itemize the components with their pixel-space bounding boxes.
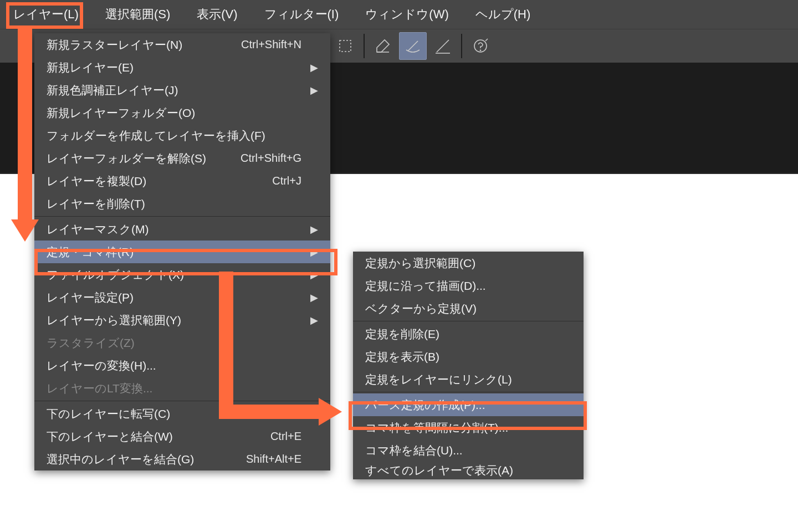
menu-item-label: レイヤーを削除(T) bbox=[47, 196, 145, 212]
menu-shortcut: Shift+Alt+E bbox=[246, 453, 301, 466]
chevron-right-icon: ▶ bbox=[310, 84, 318, 96]
menu-item-ungroup-layer-folder[interactable]: レイヤーフォルダーを解除(S) Ctrl+Shift+G bbox=[34, 147, 330, 170]
menu-item-label: レイヤーマスク(M) bbox=[47, 222, 149, 237]
help-bubble-icon[interactable] bbox=[467, 32, 494, 60]
menu-item-label: 定規・コマ枠(R) bbox=[47, 244, 134, 260]
menu-item-label: 下のレイヤーと結合(W) bbox=[47, 429, 173, 444]
chevron-right-icon: ▶ bbox=[310, 269, 318, 281]
menu-item-label: レイヤーのLT変換... bbox=[47, 381, 152, 396]
menu-item-delete-layer[interactable]: レイヤーを削除(T) bbox=[34, 192, 330, 215]
selection-icon[interactable] bbox=[331, 32, 359, 60]
submenu-item-selection-from-ruler[interactable]: 定規から選択範囲(C) bbox=[353, 252, 584, 274]
menu-item-label: 定規を削除(E) bbox=[365, 326, 439, 342]
ruler-submenu: 定規から選択範囲(C) 定規に沿って描画(D)... ベクターから定規(V) 定… bbox=[353, 252, 584, 479]
menu-item-label: 新規ラスターレイヤー(N) bbox=[47, 37, 182, 53]
menu-item-label: ベクターから定規(V) bbox=[365, 301, 477, 316]
menu-item-rasterize: ラスタライズ(Z) bbox=[34, 331, 330, 354]
menu-separator bbox=[34, 216, 330, 217]
menu-layer[interactable]: レイヤー(L) bbox=[0, 0, 92, 29]
menu-item-duplicate-layer[interactable]: レイヤーを複製(D) Ctrl+J bbox=[34, 170, 330, 192]
toolbar-separator bbox=[364, 34, 365, 58]
menu-item-label: 定規に沿って描画(D)... bbox=[365, 278, 486, 294]
menu-item-label: レイヤー設定(P) bbox=[47, 290, 134, 305]
submenu-item-show-ruler[interactable]: 定規を表示(B) bbox=[353, 345, 584, 368]
submenu-item-show-all-layers[interactable]: すべてのレイヤーで表示(A) bbox=[353, 462, 584, 479]
menu-shortcut: Ctrl+Shift+G bbox=[241, 152, 301, 165]
chevron-right-icon: ▶ bbox=[310, 62, 318, 74]
menu-item-convert-layer[interactable]: レイヤーの変換(H)... bbox=[34, 354, 330, 377]
brush-icon[interactable] bbox=[399, 32, 427, 60]
menu-item-new-raster-layer[interactable]: 新規ラスターレイヤー(N) Ctrl+Shift+N bbox=[34, 33, 330, 56]
menu-shortcut: Ctrl+E bbox=[270, 430, 301, 443]
menu-separator bbox=[34, 401, 330, 401]
menu-item-label: 選択中のレイヤーを結合(G) bbox=[47, 452, 194, 467]
menu-item-layer-mask[interactable]: レイヤーマスク(M)▶ bbox=[34, 218, 330, 241]
menu-item-label: すべてのレイヤーで表示(A) bbox=[365, 463, 513, 478]
submenu-item-draw-along-ruler[interactable]: 定規に沿って描画(D)... bbox=[353, 274, 584, 297]
menu-item-label: 定規をレイヤーにリンク(L) bbox=[365, 372, 512, 387]
menu-selection[interactable]: 選択範囲(S) bbox=[92, 0, 183, 29]
menu-shortcut: Ctrl+Shift+N bbox=[241, 38, 301, 51]
menu-item-label: 新規レイヤー(E) bbox=[47, 60, 134, 75]
menu-window[interactable]: ウィンドウ(W) bbox=[352, 0, 462, 29]
menu-item-label: ラスタライズ(Z) bbox=[47, 335, 135, 351]
svg-rect-0 bbox=[340, 40, 351, 52]
menu-item-lt-convert: レイヤーのLT変換... bbox=[34, 377, 330, 400]
submenu-item-delete-ruler[interactable]: 定規を削除(E) bbox=[353, 323, 584, 345]
menu-help[interactable]: ヘルプ(H) bbox=[462, 0, 544, 29]
menu-item-merge-with-lower[interactable]: 下のレイヤーと結合(W) Ctrl+E bbox=[34, 425, 330, 448]
menu-item-label: 定規を表示(B) bbox=[365, 349, 439, 365]
menu-item-label: レイヤーを複製(D) bbox=[47, 173, 146, 189]
menu-item-layer-settings[interactable]: レイヤー設定(P)▶ bbox=[34, 286, 330, 309]
chevron-right-icon: ▶ bbox=[310, 223, 318, 236]
edit-line-icon[interactable] bbox=[429, 32, 457, 60]
submenu-item-create-perspective-ruler[interactable]: パース定規の作成(P)... bbox=[353, 393, 584, 416]
menu-shortcut: Ctrl+J bbox=[272, 175, 301, 187]
menu-item-new-layer[interactable]: 新規レイヤー(E)▶ bbox=[34, 56, 330, 79]
menu-item-label: フォルダーを作成してレイヤーを挿入(F) bbox=[47, 128, 265, 144]
menu-view[interactable]: 表示(V) bbox=[183, 0, 250, 29]
pen-edit-icon[interactable] bbox=[369, 32, 397, 60]
submenu-item-link-ruler-layer[interactable]: 定規をレイヤーにリンク(L) bbox=[353, 368, 584, 391]
menu-item-selection-from-layer[interactable]: レイヤーから選択範囲(Y)▶ bbox=[34, 309, 330, 331]
menu-item-label: 新規レイヤーフォルダー(O) bbox=[47, 105, 195, 121]
toolbar-separator bbox=[461, 34, 462, 58]
svg-point-2 bbox=[480, 50, 480, 50]
menu-item-label: レイヤーフォルダーを解除(S) bbox=[47, 151, 206, 166]
menu-item-label: ファイルオブジェクト(X) bbox=[47, 267, 184, 283]
menu-item-label: 新規色調補正レイヤー(J) bbox=[47, 83, 178, 98]
menu-item-label: 定規から選択範囲(C) bbox=[365, 255, 475, 271]
chevron-right-icon: ▶ bbox=[310, 246, 318, 258]
menu-separator bbox=[353, 321, 584, 321]
menu-item-merge-selected[interactable]: 選択中のレイヤーを結合(G) Shift+Alt+E bbox=[34, 448, 330, 470]
menu-separator bbox=[353, 392, 584, 392]
menu-item-label: レイヤーから選択範囲(Y) bbox=[47, 313, 181, 328]
menu-item-ruler-frame[interactable]: 定規・コマ枠(R)▶ bbox=[34, 241, 330, 263]
menu-filter[interactable]: フィルター(I) bbox=[251, 0, 352, 29]
menu-item-label: コマ枠を結合(U)... bbox=[365, 443, 463, 458]
menu-item-label: コマ枠を等間隔に分割(T)... bbox=[365, 420, 508, 436]
menu-item-file-object[interactable]: ファイルオブジェクト(X)▶ bbox=[34, 263, 330, 286]
layer-dropdown: 新規ラスターレイヤー(N) Ctrl+Shift+N 新規レイヤー(E)▶ 新規… bbox=[34, 33, 330, 470]
menu-item-new-correction-layer[interactable]: 新規色調補正レイヤー(J)▶ bbox=[34, 79, 330, 101]
chevron-right-icon: ▶ bbox=[310, 291, 318, 304]
menu-item-create-folder-insert-layer[interactable]: フォルダーを作成してレイヤーを挿入(F) bbox=[34, 124, 330, 147]
chevron-right-icon: ▶ bbox=[310, 314, 318, 326]
submenu-item-ruler-from-vector[interactable]: ベクターから定規(V) bbox=[353, 297, 584, 320]
submenu-item-divide-frame[interactable]: コマ枠を等間隔に分割(T)... bbox=[353, 416, 584, 439]
submenu-item-merge-frame[interactable]: コマ枠を結合(U)... bbox=[353, 439, 584, 462]
menu-item-label: レイヤーの変換(H)... bbox=[47, 358, 156, 374]
menu-item-new-layer-folder[interactable]: 新規レイヤーフォルダー(O) bbox=[34, 101, 330, 124]
menu-item-label: パース定規の作成(P)... bbox=[365, 397, 485, 413]
menu-item-label: 下のレイヤーに転写(C) bbox=[47, 406, 170, 422]
menubar: レイヤー(L) 選択範囲(S) 表示(V) フィルター(I) ウィンドウ(W) … bbox=[0, 0, 798, 29]
menu-item-transfer-to-lower[interactable]: 下のレイヤーに転写(C) bbox=[34, 402, 330, 425]
